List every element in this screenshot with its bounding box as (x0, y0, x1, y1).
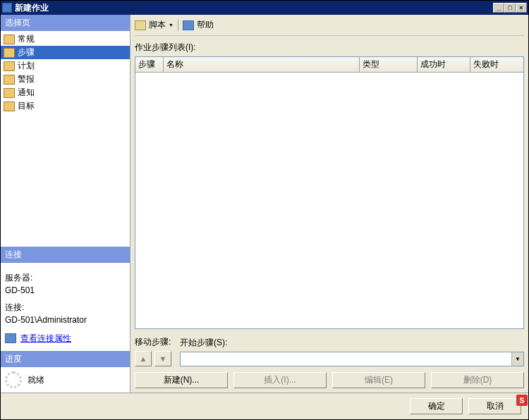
progress-section: 就绪 (1, 367, 130, 393)
step-list-label: 作业步骤列表(I): (135, 42, 524, 54)
connection-section: 服务器: GD-501 连接: GD-501\Administrator 查看连… (1, 263, 130, 351)
table-header: 步骤 名称 类型 成功时 失败时 (135, 57, 523, 73)
nav-item-steps[interactable]: 步骤 (1, 46, 130, 59)
help-button[interactable]: 帮助 (197, 19, 214, 31)
move-up-button[interactable]: ▲ (135, 351, 152, 366)
view-connection-label: 查看连接属性 (20, 332, 71, 345)
connection-header: 连接 (1, 247, 130, 263)
body-area: 选择页 常规 步骤 计划 警报 通知 目标 连接 服务器: GD-501 连接:… (1, 15, 528, 393)
new-button[interactable]: 新建(N)... (135, 372, 228, 388)
dialog-footer: 确定 取消 (1, 393, 528, 419)
edit-button[interactable]: 编辑(E) (332, 372, 425, 388)
minimize-button[interactable]: _ (493, 3, 504, 13)
arrow-down-icon: ▼ (159, 354, 167, 363)
col-type[interactable]: 类型 (360, 57, 418, 72)
nav-label: 目标 (18, 100, 35, 112)
ime-badge[interactable]: S (516, 395, 528, 406)
new-job-window: 新建作业 _ □ × 选择页 常规 步骤 计划 警报 通知 目标 连接 服务器:… (0, 0, 529, 420)
nav-item-schedule[interactable]: 计划 (1, 59, 130, 73)
left-panel: 选择页 常规 步骤 计划 警报 通知 目标 连接 服务器: GD-501 连接:… (1, 15, 130, 393)
app-icon (2, 3, 12, 13)
help-icon (183, 20, 194, 30)
connection-icon (5, 333, 16, 343)
nav-label: 计划 (18, 60, 35, 72)
nav-item-general[interactable]: 常规 (1, 32, 130, 46)
col-success[interactable]: 成功时 (418, 57, 470, 72)
progress-status: 就绪 (28, 374, 44, 386)
start-step-label: 开始步骤(S): (180, 337, 524, 349)
action-buttons: 新建(N)... 插入(I)... 编辑(E) 删除(D) (135, 372, 524, 388)
titlebar[interactable]: 新建作业 _ □ × (1, 1, 528, 15)
nav-label: 通知 (18, 87, 35, 99)
spinner-icon (5, 371, 22, 388)
cancel-button[interactable]: 取消 (468, 398, 521, 414)
col-step[interactable]: 步骤 (135, 57, 164, 72)
nav-list: 常规 步骤 计划 警报 通知 目标 (1, 31, 130, 114)
server-label: 服务器: (5, 271, 126, 284)
nav-label: 步骤 (18, 47, 35, 58)
ok-button[interactable]: 确定 (410, 398, 463, 414)
select-page-header: 选择页 (1, 15, 130, 31)
col-name[interactable]: 名称 (164, 57, 360, 72)
conn-label: 连接: (5, 301, 126, 314)
nav-item-notify[interactable]: 通知 (1, 86, 130, 99)
page-icon (4, 75, 15, 85)
progress-header: 进度 (1, 351, 130, 367)
col-fail[interactable]: 失败时 (470, 57, 523, 72)
chevron-down-icon[interactable]: ▼ (169, 23, 174, 27)
arrow-up-icon: ▲ (140, 354, 147, 363)
separator (178, 20, 178, 31)
page-icon (4, 88, 15, 98)
page-icon (4, 48, 15, 58)
move-down-button[interactable]: ▼ (154, 351, 171, 366)
nav-item-target[interactable]: 目标 (1, 99, 130, 113)
bottom-controls: 移动步骤: ▲ ▼ 开始步骤(S): ▼ (135, 336, 524, 366)
maximize-button[interactable]: □ (504, 3, 516, 13)
page-icon (4, 35, 15, 44)
move-step-label: 移动步骤: (135, 336, 171, 348)
steps-table: 步骤 名称 类型 成功时 失败时 (135, 56, 524, 329)
insert-button[interactable]: 插入(I)... (233, 372, 327, 388)
nav-label: 警报 (18, 73, 35, 85)
delete-button[interactable]: 删除(D) (431, 372, 524, 388)
page-icon (4, 101, 15, 111)
page-icon (4, 61, 15, 71)
view-connection-link[interactable]: 查看连接属性 (5, 332, 71, 345)
table-body[interactable] (135, 73, 523, 328)
toolbar: 脚本 ▼ 帮助 (135, 18, 524, 36)
chevron-down-icon[interactable]: ▼ (511, 352, 523, 366)
close-button[interactable]: × (516, 3, 527, 13)
nav-label: 常规 (18, 33, 35, 45)
script-icon (135, 20, 146, 30)
start-step-select[interactable]: ▼ (180, 352, 524, 366)
nav-item-alerts[interactable]: 警报 (1, 73, 130, 86)
script-button[interactable]: 脚本 (149, 19, 166, 31)
conn-value: GD-501\Administrator (5, 314, 126, 326)
right-panel: 脚本 ▼ 帮助 作业步骤列表(I): 步骤 名称 类型 成功时 失败时 (130, 15, 528, 393)
window-title: 新建作业 (15, 2, 493, 14)
server-value: GD-501 (5, 284, 126, 297)
